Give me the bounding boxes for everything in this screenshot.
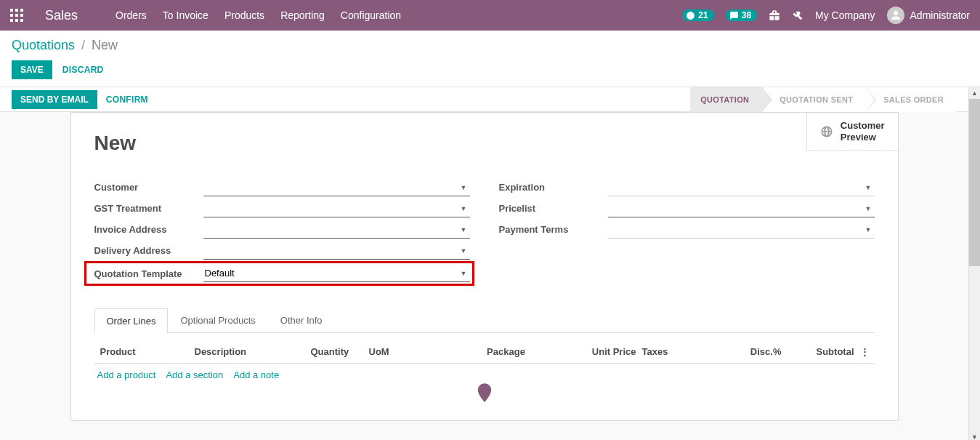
record-title: New [94, 132, 875, 155]
content-area: SEND BY EMAIL CONFIRM QUOTATION QUOTATIO… [0, 87, 980, 440]
activity-badge[interactable]: 21 [682, 9, 713, 21]
row-pricelist: Pricelist ▼ [499, 198, 875, 219]
scrollbar[interactable]: ▲ ▼ [968, 87, 980, 440]
gst-field[interactable] [203, 200, 470, 217]
label-payment-terms: Payment Terms [499, 224, 608, 235]
avatar[interactable] [887, 7, 904, 24]
nav-reporting[interactable]: Reporting [280, 9, 325, 21]
col-taxes: Taxes [639, 346, 726, 357]
order-lines-table: Product Description Quantity UoM Package… [94, 340, 875, 406]
row-quotation-template: Quotation Template ▼ [84, 261, 474, 286]
row-gst: GST Treatment ▼ [94, 198, 470, 219]
statusbar: SEND BY EMAIL CONFIRM QUOTATION QUOTATIO… [0, 87, 968, 112]
form-columns: Customer ▼ GST Treatment ▼ Invoice Addre… [94, 177, 875, 286]
customer-preview-button[interactable]: CustomerPreview [806, 113, 898, 151]
col-uom: UoM [366, 346, 439, 357]
add-note-link[interactable]: Add a note [233, 369, 279, 380]
quotation-template-field[interactable] [203, 265, 470, 282]
tab-other-info[interactable]: Other Info [268, 308, 335, 332]
col-disc: Disc.% [726, 346, 785, 357]
user-name[interactable]: Administrator [910, 9, 970, 21]
label-gst: GST Treatment [94, 203, 203, 214]
gift-icon[interactable] [769, 9, 780, 21]
form-sheet: CustomerPreview New Customer ▼ GST Treat… [70, 112, 899, 421]
label-pricelist: Pricelist [499, 203, 608, 214]
breadcrumb-current: New [92, 38, 118, 52]
nav-to-invoice[interactable]: To Invoice [163, 9, 208, 21]
label-customer: Customer [94, 182, 203, 193]
status-quotation[interactable]: QUOTATION [690, 87, 762, 112]
row-delivery-addr: Delivery Address ▼ [94, 240, 470, 261]
pin-icon [477, 383, 493, 404]
pricelist-field[interactable] [608, 200, 875, 217]
expiration-field[interactable] [608, 179, 875, 196]
topbar-right: 21 38 My Company Administrator [682, 7, 970, 24]
scroll-thumb[interactable] [969, 99, 980, 266]
customer-preview-label: CustomerPreview [841, 120, 885, 143]
add-product-link[interactable]: Add a product [97, 369, 156, 380]
messages-badge[interactable]: 38 [726, 9, 757, 21]
package-marker [94, 383, 875, 406]
globe-icon [820, 125, 833, 138]
status-steps: QUOTATION QUOTATION SENT SALES ORDER [690, 87, 957, 112]
label-invoice-addr: Invoice Address [94, 224, 203, 235]
clock-icon [686, 11, 695, 20]
col-subtotal: Subtotal [785, 346, 857, 357]
topbar: Sales Orders To Invoice Products Reporti… [0, 0, 980, 31]
table-header: Product Description Quantity UoM Package… [94, 340, 875, 364]
col-product: Product [97, 346, 192, 357]
chat-icon [729, 11, 739, 20]
cp-buttons: SAVE DISCARD [12, 60, 968, 79]
tools-icon[interactable] [792, 9, 803, 21]
control-panel: Quotations / New SAVE DISCARD [0, 31, 980, 87]
company-name[interactable]: My Company [815, 9, 875, 21]
top-nav: Orders To Invoice Products Reporting Con… [116, 9, 401, 21]
scroll-up-icon[interactable]: ▲ [969, 87, 980, 99]
row-payment-terms: Payment Terms ▼ [499, 219, 875, 240]
nav-products[interactable]: Products [224, 9, 264, 21]
col-unit-price: Unit Price [574, 346, 639, 357]
scroll-down-icon[interactable]: ▼ [969, 431, 980, 440]
activity-count: 21 [698, 10, 708, 20]
delivery-address-field[interactable] [203, 242, 470, 260]
discard-button[interactable]: DISCARD [62, 60, 104, 79]
col-package: Package [439, 346, 574, 357]
nav-orders[interactable]: Orders [116, 9, 147, 21]
right-column: Expiration ▼ Pricelist ▼ Payment Terms ▼ [499, 177, 875, 286]
confirm-button[interactable]: CONFIRM [106, 90, 148, 109]
tab-optional-products[interactable]: Optional Products [168, 308, 267, 332]
form-sheet-wrap: CustomerPreview New Customer ▼ GST Treat… [0, 112, 968, 440]
send-by-email-button[interactable]: SEND BY EMAIL [12, 90, 97, 109]
col-quantity: Quantity [308, 346, 366, 357]
customer-field[interactable] [203, 179, 470, 196]
sheet-body: New Customer ▼ GST Treatment ▼ Invoice A… [71, 113, 898, 420]
row-invoice-addr: Invoice Address ▼ [94, 219, 470, 240]
status-sales-order[interactable]: SALES ORDER [866, 87, 957, 112]
add-section-link[interactable]: Add a section [166, 369, 223, 380]
status-quotation-sent[interactable]: QUOTATION SENT [762, 87, 866, 112]
save-button[interactable]: SAVE [12, 60, 52, 79]
payment-terms-field[interactable] [608, 221, 875, 239]
breadcrumb-sep: / [81, 38, 85, 52]
nav-configuration[interactable]: Configuration [341, 9, 401, 21]
breadcrumb: Quotations / New [12, 38, 968, 53]
label-expiration: Expiration [499, 182, 608, 193]
app-brand[interactable]: Sales [45, 8, 78, 23]
breadcrumb-root[interactable]: Quotations [12, 38, 75, 52]
col-more-icon[interactable]: ⋮ [857, 346, 872, 357]
label-quotation-template: Quotation Template [94, 268, 203, 279]
apps-icon[interactable] [10, 9, 23, 22]
form-tabs: Order Lines Optional Products Other Info [94, 308, 875, 333]
topbar-left: Sales Orders To Invoice Products Reporti… [10, 8, 401, 23]
col-description: Description [192, 346, 308, 357]
invoice-address-field[interactable] [203, 221, 470, 239]
tab-order-lines[interactable]: Order Lines [94, 308, 169, 333]
left-column: Customer ▼ GST Treatment ▼ Invoice Addre… [94, 177, 470, 286]
row-customer: Customer ▼ [94, 177, 470, 198]
messages-count: 38 [742, 10, 751, 20]
statusbar-left: SEND BY EMAIL CONFIRM [12, 90, 148, 109]
row-expiration: Expiration ▼ [499, 177, 875, 198]
svg-point-0 [894, 11, 898, 15]
label-delivery-addr: Delivery Address [94, 245, 203, 256]
